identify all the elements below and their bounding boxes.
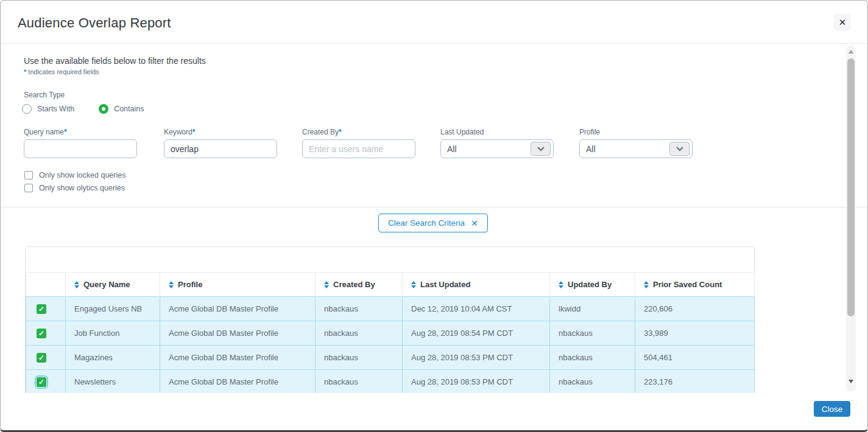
table-row[interactable]: Magazines Acme Global DB Master Profile … xyxy=(26,346,755,370)
radio-contains[interactable]: Contains xyxy=(99,104,144,114)
profile-field-group: Profile All xyxy=(579,128,693,158)
olytics-queries-label: Only show olytics queries xyxy=(39,184,125,192)
scroll-up-arrow-icon[interactable] xyxy=(849,50,853,54)
cell-query-name: Magazines xyxy=(66,346,160,370)
locked-queries-checkbox-row[interactable]: Only show locked queries xyxy=(24,171,125,179)
checkbox-icon[interactable] xyxy=(24,171,33,179)
column-header-created-by[interactable]: Created By xyxy=(316,273,403,297)
header-checkbox-column xyxy=(26,273,66,297)
cell-profile: Acme Global DB Master Profile xyxy=(160,321,316,346)
cell-prior-saved-count: 33,989 xyxy=(635,321,755,346)
cell-created-by: nbackaus xyxy=(316,346,403,370)
chevron-down-icon[interactable] xyxy=(531,142,551,156)
results-table-card: Query Name Profile Created By Last Updat… xyxy=(25,246,755,393)
query-name-label: Query name* xyxy=(24,128,137,136)
cell-created-by: nbackaus xyxy=(316,297,403,321)
cell-profile: Acme Global DB Master Profile xyxy=(160,346,316,370)
filter-instructions: Use the available fields below to filter… xyxy=(24,56,206,66)
sort-icon[interactable] xyxy=(74,281,79,288)
cell-query-name: Newsletters xyxy=(66,370,160,394)
cell-profile: Acme Global DB Master Profile xyxy=(160,370,316,394)
audience-overlap-modal: Audience Overlap Report ✕ Use the availa… xyxy=(0,0,868,432)
row-checkbox-cell xyxy=(26,297,66,321)
cell-prior-saved-count: 220,606 xyxy=(635,297,755,321)
close-button[interactable]: Close xyxy=(814,401,850,417)
column-header-query-name[interactable]: Query Name xyxy=(66,273,160,297)
row-checkbox[interactable] xyxy=(37,304,46,314)
cell-updated-by: nbackaus xyxy=(550,346,635,370)
profile-label: Profile xyxy=(579,128,693,136)
created-by-label: Created By* xyxy=(302,128,415,136)
cell-updated-by: nbackaus xyxy=(550,321,635,346)
sort-icon[interactable] xyxy=(559,281,563,288)
checkbox-icon[interactable] xyxy=(24,184,33,192)
search-type-radio-group: Starts With Contains xyxy=(22,104,144,114)
sort-icon[interactable] xyxy=(169,281,174,288)
locked-queries-label: Only show locked queries xyxy=(39,171,125,179)
table-row[interactable]: Engaged Users NB Acme Global DB Master P… xyxy=(26,297,755,321)
column-header-prior-saved-count[interactable]: Prior Saved Count xyxy=(635,273,755,297)
last-updated-label: Last Updated xyxy=(440,128,554,136)
scrollbar-thumb[interactable] xyxy=(847,58,855,316)
profile-select-value: All xyxy=(586,144,596,154)
cell-last-updated: Aug 28, 2019 08:53 PM CDT xyxy=(403,346,550,370)
radio-circle-icon[interactable] xyxy=(22,104,32,114)
olytics-queries-checkbox-row[interactable]: Only show olytics queries xyxy=(24,184,125,192)
clear-button-label: Clear Search Criteria xyxy=(388,218,465,228)
cell-prior-saved-count: 504,461 xyxy=(635,346,755,370)
radio-starts-with[interactable]: Starts With xyxy=(22,104,74,114)
keyword-field-group: Keyword* xyxy=(164,128,277,158)
cell-last-updated: Aug 28, 2019 08:54 PM CDT xyxy=(403,321,550,346)
clear-search-criteria-button[interactable]: Clear Search Criteria ✕ xyxy=(378,214,488,232)
cell-profile: Acme Global DB Master Profile xyxy=(160,297,316,321)
cell-created-by: nbackaus xyxy=(316,370,403,394)
cell-prior-saved-count: 223,176 xyxy=(635,370,755,394)
radio-label: Contains xyxy=(114,105,144,113)
table-row[interactable]: Job Function Acme Global DB Master Profi… xyxy=(26,321,755,346)
table-row[interactable]: Newsletters Acme Global DB Master Profil… xyxy=(26,370,755,394)
required-fields-note: * Indicates required fields xyxy=(24,68,99,75)
row-checkbox-cell xyxy=(26,370,66,394)
row-checkbox[interactable] xyxy=(37,329,46,338)
required-note-text: Indicates required fields xyxy=(28,68,99,75)
created-by-input[interactable] xyxy=(302,139,415,158)
sort-icon[interactable] xyxy=(644,281,649,288)
last-updated-select-value: All xyxy=(447,144,457,154)
cell-query-name: Job Function xyxy=(66,321,160,346)
table-card-toolbar xyxy=(26,247,754,272)
query-name-field-group: Query name* xyxy=(24,128,137,158)
column-header-last-updated[interactable]: Last Updated xyxy=(403,273,550,297)
created-by-field-group: Created By* xyxy=(302,128,415,158)
row-checkbox[interactable] xyxy=(37,353,46,363)
cell-last-updated: Dec 12, 2019 10:04 AM CST xyxy=(403,297,550,321)
keyword-label: Keyword* xyxy=(164,128,277,136)
column-header-profile[interactable]: Profile xyxy=(160,273,316,297)
radio-label: Starts With xyxy=(37,105,74,113)
cell-updated-by: lkwidd xyxy=(550,297,635,321)
row-checkbox-cell xyxy=(26,346,66,370)
last-updated-select[interactable]: All xyxy=(440,139,554,158)
close-icon[interactable]: ✕ xyxy=(834,14,851,31)
page-title: Audience Overlap Report xyxy=(18,15,171,31)
chevron-down-icon[interactable] xyxy=(669,142,690,156)
sort-icon[interactable] xyxy=(324,281,329,288)
keyword-input[interactable] xyxy=(164,139,277,158)
column-header-updated-by[interactable]: Updated By xyxy=(550,273,635,297)
query-name-input[interactable] xyxy=(24,139,137,158)
cell-updated-by: nbackaus xyxy=(550,370,635,394)
last-updated-field-group: Last Updated All xyxy=(440,128,554,158)
sort-icon[interactable] xyxy=(411,281,416,288)
clear-x-icon: ✕ xyxy=(471,218,478,228)
cell-created-by: nbackaus xyxy=(316,321,403,346)
cell-last-updated: Aug 28, 2019 08:53 PM CDT xyxy=(403,370,550,394)
vertical-scrollbar[interactable] xyxy=(846,46,856,391)
scroll-down-arrow-icon[interactable] xyxy=(849,380,853,383)
row-checkbox-cell xyxy=(26,321,66,346)
filter-divider xyxy=(1,207,867,207)
row-checkbox[interactable] xyxy=(37,377,46,387)
cell-query-name: Engaged Users NB xyxy=(66,297,160,321)
radio-circle-selected-icon[interactable] xyxy=(99,104,108,114)
modal-body: Use the available fields below to filter… xyxy=(1,44,867,393)
required-star: * xyxy=(24,68,26,75)
profile-select[interactable]: All xyxy=(579,139,693,158)
